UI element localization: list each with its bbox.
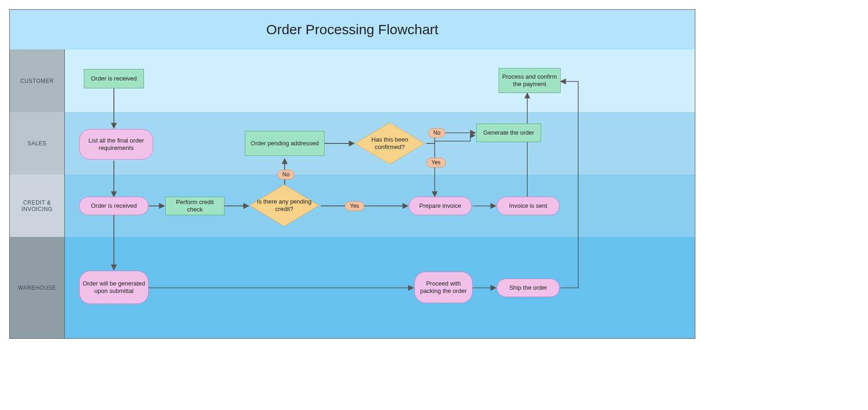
node-order-pending-addressed: Order pending addressed [245, 131, 325, 156]
node-order-generated-submittal: Order will be generated upon submittal [79, 271, 149, 304]
label-no-confirmed: No [428, 128, 445, 138]
node-process-payment: Process and confirm the payment [499, 68, 561, 93]
node-order-received-credit: Order is received [79, 197, 149, 215]
node-pending-credit-decision: Is there any pending credit? [250, 185, 319, 226]
flowchart-diagram: Order Processing Flowchart CUSTOMER SALE… [9, 9, 695, 339]
node-invoice-sent: Invoice is sent [497, 197, 560, 215]
label-no-pending: No [277, 170, 294, 180]
node-list-requirements: List all the final order requirements [79, 129, 153, 160]
node-ship-order: Ship the order [497, 279, 560, 297]
node-perform-credit-check: Perform credit check [165, 197, 225, 215]
node-generate-order: Generate the order [476, 124, 541, 142]
node-proceed-packing: Proceed with packing the order [414, 272, 473, 303]
label-yes-confirmed: Yes [426, 158, 446, 168]
node-prepare-invoice: Prepare invoice [409, 197, 472, 215]
node-order-received-customer: Order is received [84, 69, 144, 88]
label-yes-pending: Yes [345, 201, 364, 211]
node-confirmed-decision: Has this been confirmed? [355, 123, 425, 164]
